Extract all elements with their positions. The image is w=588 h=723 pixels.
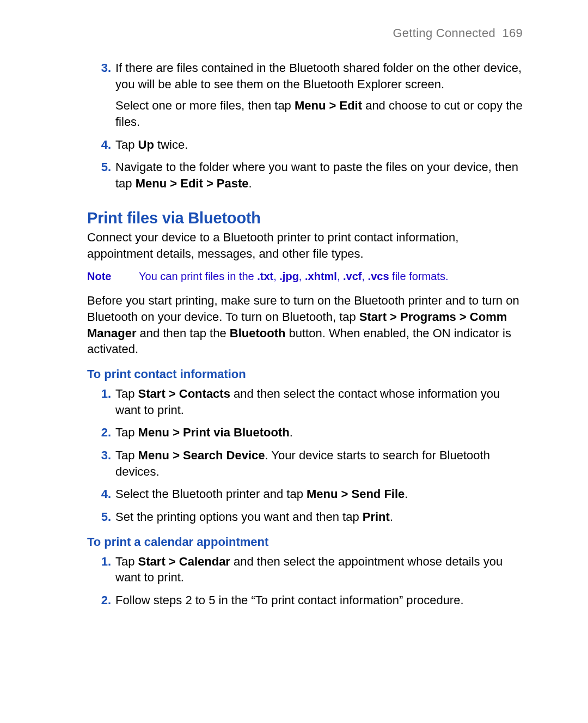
list-item: 4.Select the Bluetooth printer and tap M… — [87, 486, 523, 502]
bold-run: Start > Contacts — [138, 387, 230, 400]
step-paragraph: Tap Start > Contacts and then select the… — [115, 386, 523, 418]
step-text: Tap Start > Calendar and then select the… — [115, 554, 523, 586]
before-print-paragraph: Before you start printing, make sure to … — [87, 293, 523, 357]
list-item: 5.Navigate to the folder where you want … — [87, 159, 523, 191]
note-text: You can print files in the .txt, .jpg, .… — [139, 270, 448, 283]
text-run: Tap — [115, 426, 138, 439]
step-paragraph: Tap Up twice. — [115, 137, 523, 153]
bold-run: Menu > Edit — [295, 99, 362, 112]
step-paragraph: Tap Menu > Search Device. Your device st… — [115, 447, 523, 479]
section-title: Print files via Bluetooth — [87, 209, 523, 227]
calendar-step-list: 1.Tap Start > Calendar and then select t… — [87, 554, 523, 609]
text-run: Set the printing options you want and th… — [115, 510, 363, 524]
list-item: 2.Tap Menu > Print via Bluetooth. — [87, 424, 523, 441]
step-number: 5. — [87, 159, 115, 175]
step-paragraph: If there are files contained in the Blue… — [115, 60, 523, 92]
step-number: 2. — [87, 592, 115, 609]
note-block: Note You can print files in the .txt, .j… — [87, 270, 523, 283]
step-number: 1. — [87, 554, 115, 570]
text-run: , — [362, 270, 367, 282]
list-item: 5.Set the printing options you want and … — [87, 509, 523, 525]
step-number: 1. — [87, 386, 115, 402]
step-paragraph: Select the Bluetooth printer and tap Men… — [115, 486, 523, 502]
page-header: Getting Connected 169 — [87, 26, 523, 40]
step-paragraph: Set the printing options you want and th… — [115, 509, 523, 525]
step-paragraph: Tap Start > Calendar and then select the… — [115, 554, 523, 586]
text-run: . — [290, 426, 293, 439]
text-run: Tap — [115, 555, 138, 568]
bold-run: .vcf — [343, 270, 362, 282]
text-run: , — [337, 270, 343, 282]
bold-run: Menu > Send File — [307, 487, 405, 501]
text-run: Tap — [115, 138, 138, 151]
text-run: Tap — [115, 387, 138, 400]
bold-run: Menu > Print via Bluetooth — [138, 426, 290, 439]
text-run: Select the Bluetooth printer and tap — [115, 487, 307, 501]
bold-run: Bluetooth — [230, 326, 286, 340]
step-text: Tap Menu > Print via Bluetooth. — [115, 424, 523, 441]
text-run: twice. — [154, 138, 188, 151]
step-text: Follow steps 2 to 5 in the “To print con… — [115, 592, 523, 609]
contact-step-list: 1.Tap Start > Contacts and then select t… — [87, 386, 523, 525]
text-run: Follow steps 2 to 5 in the “To print con… — [115, 593, 464, 607]
section-intro: Connect your device to a Bluetooth print… — [87, 229, 523, 262]
bold-run: .jpg — [279, 270, 299, 282]
step-number: 2. — [87, 424, 115, 441]
list-item: 1.Tap Start > Contacts and then select t… — [87, 386, 523, 418]
bold-run: Start > Calendar — [138, 555, 230, 568]
step-number: 3. — [87, 60, 115, 76]
step-text: Tap Menu > Search Device. Your device st… — [115, 447, 523, 479]
text-run: , — [299, 270, 305, 282]
sub-title-calendar: To print a calendar appointment — [87, 535, 523, 549]
text-run: If there are files contained in the Blue… — [115, 61, 522, 91]
list-item: 3.Tap Menu > Search Device. Your device … — [87, 447, 523, 479]
text-run: . — [249, 177, 252, 190]
step-text: Select the Bluetooth printer and tap Men… — [115, 486, 523, 502]
chapter-title: Getting Connected — [393, 26, 495, 40]
list-item: 3.If there are files contained in the Bl… — [87, 60, 523, 130]
bold-run: .txt — [257, 270, 273, 282]
text-run: . — [405, 487, 408, 501]
bold-run: .vcs — [368, 270, 389, 282]
bold-run: Up — [138, 138, 154, 151]
step-text: If there are files contained in the Blue… — [115, 60, 523, 130]
text-run: and then tap the — [136, 326, 229, 340]
step-text: Tap Up twice. — [115, 137, 523, 153]
list-item: 4.Tap Up twice. — [87, 137, 523, 153]
text-run: Select one or more files, then tap — [115, 99, 295, 112]
step-text: Navigate to the folder where you want to… — [115, 159, 523, 191]
document-page: Getting Connected 169 3.If there are fil… — [0, 0, 588, 648]
sub-title-contact: To print contact information — [87, 367, 523, 381]
step-paragraph: Navigate to the folder where you want to… — [115, 159, 523, 191]
note-label: Note — [87, 270, 139, 283]
text-run: , — [273, 270, 279, 282]
text-run: . — [390, 510, 393, 524]
step-paragraph: Select one or more files, then tap Menu … — [115, 98, 523, 130]
step-paragraph: Tap Menu > Print via Bluetooth. — [115, 424, 523, 441]
step-text: Set the printing options you want and th… — [115, 509, 523, 525]
bold-run: Menu > Edit > Paste — [136, 177, 249, 190]
text-run: You can print files in the — [139, 270, 257, 282]
step-number: 4. — [87, 486, 115, 502]
list-item: 2.Follow steps 2 to 5 in the “To print c… — [87, 592, 523, 609]
text-run: Tap — [115, 448, 138, 462]
page-number: 169 — [502, 26, 523, 40]
text-run: file formats. — [389, 270, 449, 282]
step-paragraph: Follow steps 2 to 5 in the “To print con… — [115, 592, 523, 609]
list-item: 1.Tap Start > Calendar and then select t… — [87, 554, 523, 586]
bold-run: Menu > Search Device — [138, 448, 265, 462]
step-number: 3. — [87, 447, 115, 464]
step-number: 5. — [87, 509, 115, 525]
bold-run: .xhtml — [305, 270, 337, 282]
step-number: 4. — [87, 137, 115, 153]
bold-run: Print — [363, 510, 390, 524]
step-text: Tap Start > Contacts and then select the… — [115, 386, 523, 418]
intro-step-list: 3.If there are files contained in the Bl… — [87, 60, 523, 192]
